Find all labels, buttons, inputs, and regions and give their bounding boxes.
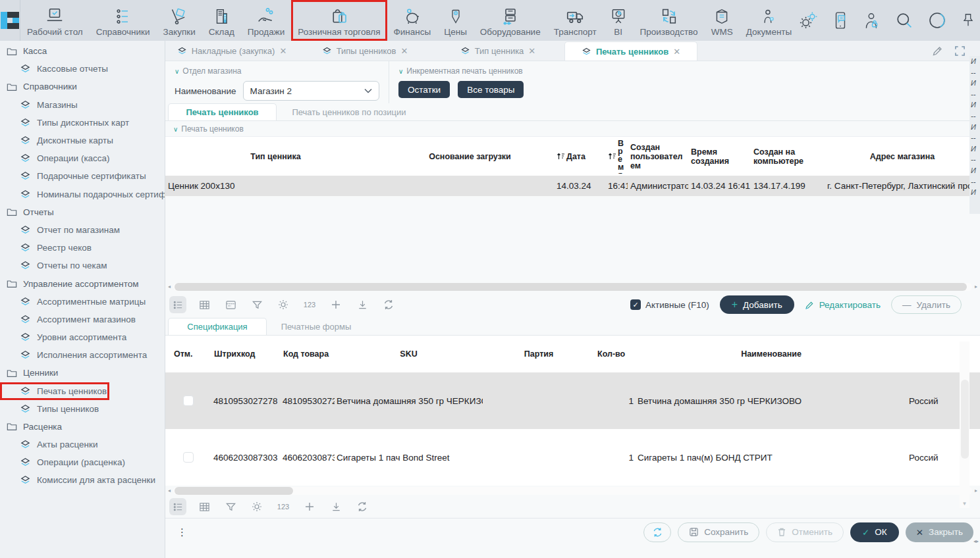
scroll-left-icon[interactable]: ◂ <box>165 284 173 290</box>
row-checkbox[interactable] <box>183 452 194 463</box>
edit-button[interactable]: Редактировать <box>805 300 881 310</box>
scroll-down-icon[interactable]: ▼ <box>960 501 969 507</box>
nav-prices[interactable]: Цены <box>437 0 474 41</box>
sidebar-item-diskontnye-karty[interactable]: Дисконтные карты <box>0 132 165 149</box>
filter-icon[interactable] <box>222 498 239 515</box>
close-button[interactable]: ✕ Закрыть <box>906 522 973 542</box>
sidebar-item-tipy-cennikov[interactable]: Типы ценников <box>0 400 165 418</box>
sidebar-item-pechat-cennikov[interactable]: Печать ценников <box>0 382 109 400</box>
sidebar-item-kassovye-otchety[interactable]: Кассовые отчеты <box>0 60 165 78</box>
sidebar-item-assortimentnye-matricy[interactable]: Ассортиментные матрицы <box>0 293 165 311</box>
settings-gear-icon[interactable] <box>248 498 265 515</box>
sync-icon[interactable] <box>380 296 397 313</box>
card-view-icon[interactable] <box>222 296 239 313</box>
spec-row[interactable]: 4606203087303 4606203087303 Сигареты 1 п… <box>165 429 980 486</box>
tab-print-forms[interactable]: Печатные формы <box>267 318 366 335</box>
tab-tipy-cennikov[interactable]: Типы ценников ✕ <box>298 41 431 61</box>
sidebar-item-magaziny[interactable]: Магазины <box>0 96 165 114</box>
sidebar-item-otchety-po-chekam[interactable]: Отчеты по чекам <box>0 257 165 274</box>
delete-button[interactable]: — Удалить <box>891 295 962 314</box>
tab-tip-cennika[interactable]: Тип ценника ✕ <box>431 41 564 61</box>
nav-transport[interactable]: Транспорт <box>547 0 603 41</box>
sidebar-item-operacii-kassa[interactable]: Операции (касса) <box>0 149 165 167</box>
close-tab-icon[interactable]: ✕ <box>400 46 408 56</box>
sidebar-item-kassa[interactable]: Касса <box>0 42 165 60</box>
sidebar-item-upravlenie-assortimentom[interactable]: Управление ассортиментом <box>0 274 165 292</box>
pin-icon[interactable] <box>960 11 976 30</box>
numbers-icon[interactable]: 123 <box>275 498 292 515</box>
more-options-icon[interactable]: ⋮ <box>177 526 187 538</box>
sidebar-item-otchety[interactable]: Отчеты <box>0 203 165 221</box>
tab-specification[interactable]: Спецификация <box>168 318 267 335</box>
chat-device-icon[interactable] <box>831 11 850 30</box>
pencil-icon[interactable] <box>932 45 944 57</box>
price-table-row[interactable]: Ценник 200x130 14.03.24 16:41 Администра… <box>165 176 980 196</box>
search-icon[interactable] <box>894 11 914 30</box>
add-column-icon[interactable] <box>301 498 318 515</box>
user-lock-icon[interactable] <box>863 11 881 30</box>
fullscreen-icon[interactable] <box>954 45 966 57</box>
spec-row[interactable]: 4810953027278 4810953027278 Ветчина дома… <box>165 372 980 429</box>
col-barcode[interactable]: Штрихкод <box>211 336 281 372</box>
scroll-left-icon[interactable]: ◂ <box>165 488 173 494</box>
print-section-header[interactable]: ∨ Печать ценников <box>165 121 980 136</box>
row-checkbox[interactable] <box>183 395 194 406</box>
nav-retail[interactable]: Розничная торговля <box>291 0 387 41</box>
cancel-button[interactable]: Отменить <box>766 522 844 542</box>
app-logo[interactable] <box>0 0 20 41</box>
clock-icon[interactable] <box>927 11 947 30</box>
nav-equipment[interactable]: Оборудование <box>474 0 547 41</box>
grid-view-icon[interactable] <box>196 296 213 313</box>
nav-finance[interactable]: Финансы <box>387 0 438 41</box>
incremental-section-header[interactable]: ∨ Инкрементная печать ценников <box>398 66 524 76</box>
ok-button[interactable]: ✓ ОК <box>850 522 899 542</box>
list-view-icon[interactable] <box>169 296 186 313</box>
sidebar-item-urovni-assortimenta[interactable]: Уровни ассортимента <box>0 328 165 346</box>
col-qty[interactable]: Кол-во <box>595 336 636 372</box>
nav-desktop[interactable]: Рабочий стол <box>20 0 90 41</box>
sidebar-item-akty-rascenki[interactable]: Акты расценки <box>0 436 165 453</box>
sidebar-item-reestr-chekov[interactable]: Реестр чеков <box>0 239 165 257</box>
sidebar-item-spravochniki[interactable]: Справочники <box>0 78 165 95</box>
col-name[interactable]: Наименование <box>636 336 907 372</box>
sidebar-item-tipy-diskontnyh-kart[interactable]: Типы дисконтных карт <box>0 114 165 132</box>
tab-print-labels-by-position[interactable]: Печать ценников по позиции <box>277 103 422 120</box>
settings-gears-icon[interactable] <box>798 11 818 30</box>
col-created-on[interactable]: Создан на компьютере <box>751 137 825 176</box>
nav-purchases[interactable]: Закупки <box>157 0 202 41</box>
scroll-right-icon[interactable]: ▸ <box>972 284 980 290</box>
nav-warehouse[interactable]: Склад <box>202 0 241 41</box>
col-batch[interactable]: Партия <box>483 336 595 372</box>
remainders-button[interactable]: Остатки <box>398 81 450 98</box>
price-table-hscrollbar[interactable]: ◂ ▸ <box>165 282 980 292</box>
col-product-code[interactable]: Код товара <box>281 336 335 372</box>
tab-pechat-cennikov[interactable]: Печать ценников ✕ <box>564 41 697 61</box>
store-section-header[interactable]: ∨ Отдел магазина <box>175 66 379 76</box>
col-mark[interactable]: Отм. <box>165 336 211 372</box>
refresh-button[interactable] <box>643 522 671 542</box>
save-button[interactable]: Сохранить <box>678 522 759 542</box>
grid-view-icon[interactable] <box>196 498 213 515</box>
nav-bi[interactable]: BI <box>603 0 634 41</box>
sidebar-item-podarochnye-sertifikaty[interactable]: Подарочные сертификаты <box>0 167 165 185</box>
tab-print-labels[interactable]: Печать ценников <box>168 103 277 120</box>
add-column-icon[interactable] <box>327 296 344 313</box>
sidebar-item-cenniki[interactable]: Ценники <box>0 364 165 382</box>
col-type[interactable]: Тип ценника <box>165 137 386 176</box>
close-tab-icon[interactable]: ✕ <box>279 46 286 56</box>
nav-directories[interactable]: Справочники <box>90 0 157 41</box>
sidebar-item-otchet-po-magazinam[interactable]: Отчет по магазинам <box>0 221 165 239</box>
nav-sales[interactable]: Продажи <box>241 0 291 41</box>
sidebar-item-ispolneniya-assortimenta[interactable]: Исполнения ассортимента <box>0 346 165 364</box>
corner-scroll-arrows[interactable]: ◂▸ <box>973 538 979 544</box>
sidebar-item-rascenka[interactable]: Расценка <box>0 418 165 436</box>
sync-icon[interactable] <box>354 498 371 515</box>
col-created-time[interactable]: Время создания <box>688 137 751 176</box>
sidebar-item-nominaly-sertifikatov[interactable]: Номиналы подарочных сертифика <box>0 186 165 203</box>
settings-gear-icon[interactable] <box>275 296 292 313</box>
all-goods-button[interactable]: Все товары <box>458 81 524 98</box>
col-created-by[interactable]: Создан пользователем <box>628 137 688 176</box>
close-tab-icon[interactable]: ✕ <box>673 47 680 57</box>
nav-production[interactable]: Производство <box>634 0 705 41</box>
col-time[interactable]: Время <box>605 137 628 176</box>
